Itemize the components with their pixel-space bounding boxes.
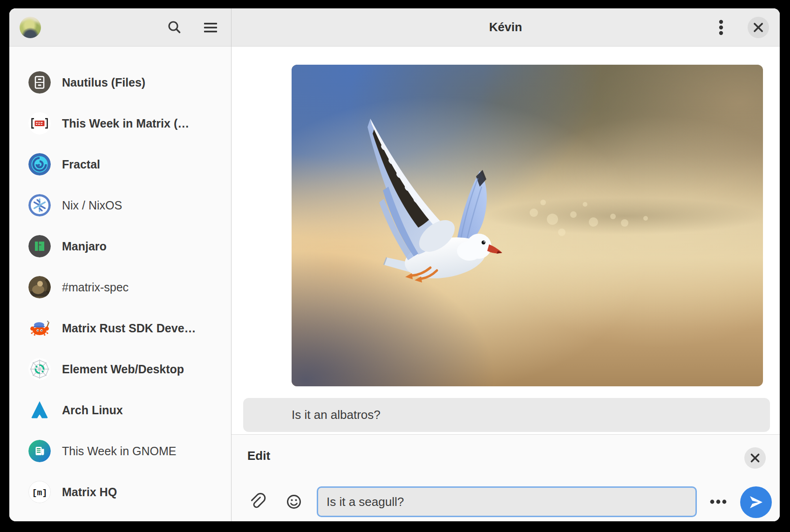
user-avatar[interactable] [20,17,41,38]
room-item-manjaro[interactable]: Manjaro [9,226,231,267]
window-close-button[interactable] [748,17,769,38]
chat-pane: Kévin [232,8,780,521]
ferris-avatar-icon [28,317,51,339]
arch-avatar-icon [28,399,51,421]
search-button[interactable] [164,17,184,38]
close-icon [748,17,769,38]
fractal-window: Nautilus (Files) This Week in Matrix (… [9,8,780,521]
message-being-edited[interactable]: Is it an albatros? [243,398,770,432]
nautilus-avatar-icon [28,71,51,94]
room-item-matrix-spec[interactable]: #matrix-spec [9,267,231,308]
paper-plane-icon [748,494,764,511]
room-item-rust-sdk[interactable]: Matrix Rust SDK Deve… [9,308,231,349]
sidebar-header [9,8,231,47]
room-label: This Week in Matrix (… [62,117,189,130]
message-text: Is it an albatros? [243,408,381,422]
seagull-photo-graphic [292,65,763,386]
search-icon [164,17,184,38]
horizontal-ellipsis-icon [708,492,729,512]
room-item-twim[interactable]: This Week in Matrix (… [9,103,231,144]
message-history: Is it an albatros? [232,47,780,434]
hamburger-menu-icon [200,17,221,38]
twim-avatar-icon [28,112,51,135]
room-item-matrix-hq[interactable]: [m] Matrix HQ [9,471,231,512]
close-icon [744,447,766,469]
attach-file-button[interactable] [246,492,267,512]
send-button[interactable] [740,486,772,518]
room-item-fractal[interactable]: Fractal [9,144,231,185]
cancel-edit-button[interactable] [744,447,766,469]
sidebar: Nautilus (Files) This Week in Matrix (… [9,8,232,521]
element-avatar-icon [28,358,51,380]
composer: Edit [232,434,780,521]
manjaro-avatar-icon [28,235,51,257]
matrix-spec-avatar-icon [28,276,51,298]
matrix-hq-avatar-icon: [m] [28,481,51,503]
room-item-arch[interactable]: Arch Linux [9,390,231,431]
smiley-icon [284,492,304,512]
room-label: Nix / NixOS [62,199,122,212]
nix-avatar-icon [28,194,51,216]
twig-avatar-icon [28,440,51,462]
image-message[interactable] [292,65,763,386]
fractal-avatar-icon [28,153,51,175]
more-options-button[interactable] [708,492,729,512]
vertical-ellipsis-icon [711,17,731,38]
room-menu-button[interactable] [711,17,731,38]
matrix-hq-avatar-text: [m] [32,488,47,498]
room-item-twig[interactable]: This Week in GNOME [9,431,231,471]
paperclip-icon [246,492,267,512]
room-label: Element Web/Desktop [62,363,184,376]
room-list: Nautilus (Files) This Week in Matrix (… [9,47,231,512]
room-item-element[interactable]: Element Web/Desktop [9,349,231,390]
chat-title: Kévin [232,8,780,46]
chat-header: Kévin [232,8,780,47]
room-label: Matrix HQ [62,485,117,499]
room-label: Nautilus (Files) [62,76,145,89]
room-label: Matrix Rust SDK Deve… [62,322,196,335]
room-item-nautilus[interactable]: Nautilus (Files) [9,62,231,103]
room-label: This Week in GNOME [62,444,176,458]
room-label: #matrix-spec [62,281,129,294]
room-item-nixos[interactable]: Nix / NixOS [9,185,231,226]
edit-mode-label: Edit [247,449,270,463]
room-label: Arch Linux [62,404,123,417]
room-label: Manjaro [62,240,107,253]
room-label: Fractal [62,158,100,171]
emoji-button[interactable] [284,492,304,512]
main-menu-button[interactable] [200,17,221,38]
message-input[interactable] [317,486,697,517]
